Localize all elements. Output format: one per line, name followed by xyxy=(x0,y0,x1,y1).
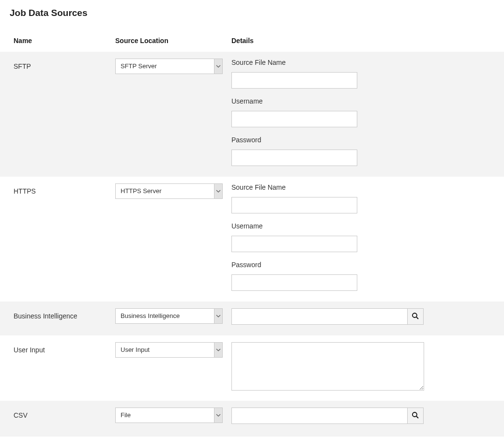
table-row-https: HTTPS HTTPS Server Source File Name User… xyxy=(0,177,504,302)
table-row-csv: CSV File xyxy=(0,401,504,437)
password-input[interactable] xyxy=(231,274,357,291)
data-sources-table: Name Source Location Details SFTP SFTP S… xyxy=(0,32,504,437)
source-file-name-input[interactable] xyxy=(231,72,357,89)
row-name: Business Intelligence xyxy=(14,308,115,320)
password-input[interactable] xyxy=(231,150,357,166)
csv-file-input[interactable] xyxy=(231,408,408,424)
header-name: Name xyxy=(14,37,115,45)
table-row-bi: Business Intelligence Business Intellige… xyxy=(0,302,504,335)
username-input[interactable] xyxy=(231,236,357,252)
header-source-location: Source Location xyxy=(115,37,231,45)
row-name: HTTPS xyxy=(14,183,115,195)
page-title: Job Data Sources xyxy=(0,4,504,32)
row-name: SFTP xyxy=(14,59,115,70)
source-file-name-input[interactable] xyxy=(231,197,357,213)
bi-search-input[interactable] xyxy=(231,308,408,325)
user-input-textarea[interactable] xyxy=(231,342,424,391)
field-label-password: Password xyxy=(231,261,423,269)
table-row-user-input: User Input User Input xyxy=(0,335,504,401)
table-header-row: Name Source Location Details xyxy=(0,32,504,52)
field-label-source-file-name: Source File Name xyxy=(231,59,423,66)
svg-point-2 xyxy=(412,412,417,417)
field-label-password: Password xyxy=(231,136,423,144)
source-location-select[interactable]: SFTP Server xyxy=(115,59,223,74)
source-location-select[interactable]: Business Intelligence xyxy=(115,308,223,324)
header-details: Details xyxy=(231,37,500,45)
username-input[interactable] xyxy=(231,111,357,127)
search-icon xyxy=(412,312,419,321)
svg-point-0 xyxy=(412,313,417,317)
search-button[interactable] xyxy=(407,308,424,325)
table-row-sftp: SFTP SFTP Server Source File Name Userna… xyxy=(0,52,504,177)
field-label-source-file-name: Source File Name xyxy=(231,183,423,191)
search-button[interactable] xyxy=(407,408,424,424)
source-location-select[interactable]: HTTPS Server xyxy=(115,183,223,199)
field-label-username: Username xyxy=(231,97,423,105)
row-name: User Input xyxy=(14,342,115,354)
field-label-username: Username xyxy=(231,222,423,230)
svg-line-1 xyxy=(416,317,418,319)
source-location-select[interactable]: File xyxy=(115,408,223,423)
row-name: CSV xyxy=(14,408,115,419)
source-location-select[interactable]: User Input xyxy=(115,342,223,358)
search-icon xyxy=(412,411,419,421)
svg-line-3 xyxy=(416,416,418,418)
